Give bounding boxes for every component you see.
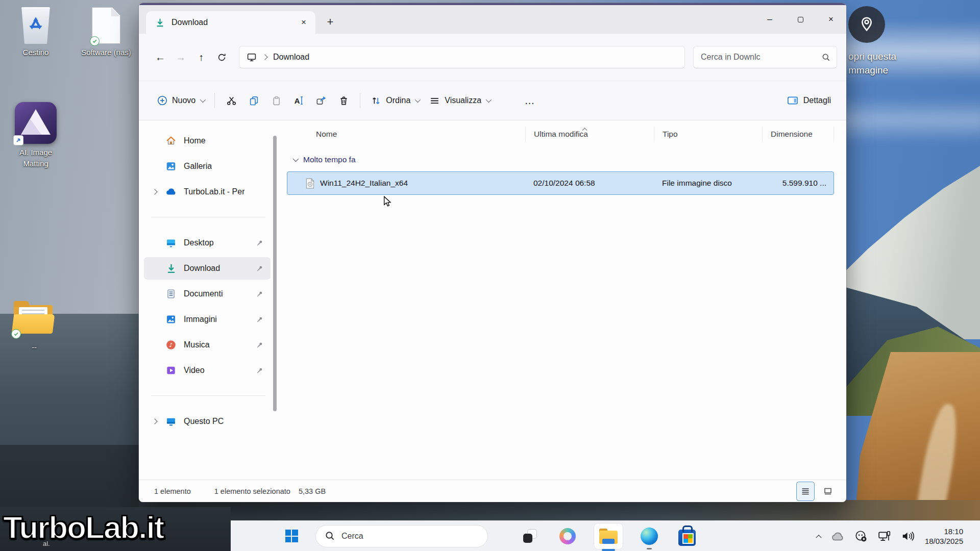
- magnifier-icon: [822, 53, 830, 62]
- desktop-icon-software-nas[interactable]: Software (nas): [72, 7, 140, 58]
- edge-button[interactable]: [638, 524, 660, 548]
- breadcrumb[interactable]: Download: [273, 53, 309, 62]
- sync-check-icon: [11, 329, 21, 339]
- column-header-size[interactable]: Dimensione: [763, 127, 834, 142]
- details-pane-button[interactable]: Dettagli: [781, 89, 836, 112]
- tab-close-icon[interactable]: ×: [296, 15, 311, 30]
- status-bar: 1 elemento 1 elemento selezionato 5,33 G…: [139, 480, 846, 502]
- copilot-button[interactable]: [556, 524, 579, 548]
- windows-logo-icon: [285, 530, 298, 542]
- paste-icon: [271, 95, 282, 106]
- column-header-type[interactable]: Tipo: [654, 127, 763, 142]
- network-tray-icon[interactable]: [877, 530, 891, 542]
- task-view-button[interactable]: [519, 524, 541, 548]
- desktop-icon-label: --: [6, 342, 62, 353]
- sidebar-item-turbolab-onedrive[interactable]: TurboLab.it - Per: [144, 181, 271, 203]
- chevron-down-icon: [486, 97, 492, 103]
- chevron-down-icon: [200, 97, 206, 103]
- trash-icon: [338, 95, 349, 106]
- sidebar-item-download[interactable]: Download: [144, 257, 271, 280]
- plus-circle-icon: [157, 95, 167, 106]
- task-view-icon: [523, 530, 536, 543]
- system-tray: 18:10 18/03/2025: [817, 527, 963, 546]
- refresh-button[interactable]: [211, 47, 232, 67]
- gallery-icon: [164, 160, 178, 173]
- maximize-icon: [798, 17, 803, 22]
- desktop-icon-folder[interactable]: --: [6, 302, 62, 353]
- up-button[interactable]: ↑: [191, 47, 211, 67]
- cut-button[interactable]: [220, 89, 242, 112]
- sidebar-item-documents[interactable]: Documenti: [144, 283, 271, 305]
- edge-icon: [641, 528, 658, 545]
- column-header-name[interactable]: Nome: [287, 127, 526, 142]
- sidebar-item-pictures[interactable]: Immagini: [144, 308, 271, 331]
- collapse-chevron-icon[interactable]: [293, 156, 299, 162]
- minimize-button[interactable]: –: [754, 5, 785, 34]
- rename-button[interactable]: A: [287, 89, 310, 112]
- command-toolbar: Nuovo: [139, 81, 846, 120]
- tab-download[interactable]: Download ×: [146, 11, 315, 34]
- sidebar-item-label: Home: [184, 136, 206, 145]
- share-button[interactable]: [310, 89, 332, 112]
- sidebar-item-desktop[interactable]: Desktop: [144, 232, 271, 254]
- sidebar-item-music[interactable]: ♪ Musica: [144, 334, 271, 356]
- new-tab-button[interactable]: +: [322, 13, 339, 31]
- file-row-selected[interactable]: Win11_24H2_Italian_x64 02/10/2024 06:58 …: [287, 171, 834, 195]
- list-view-button[interactable]: [796, 482, 815, 501]
- sidebar-item-home[interactable]: Home: [144, 130, 271, 152]
- sidebar-item-label: Questo PC: [184, 417, 224, 426]
- watermark-logo: TurboLab.it: [3, 509, 163, 545]
- location-pin-icon[interactable]: [848, 6, 885, 43]
- sidebar-item-video[interactable]: Video: [144, 359, 271, 382]
- sidebar-scrollbar[interactable]: [273, 136, 277, 411]
- music-icon: ♪: [164, 338, 178, 352]
- svg-text:♪: ♪: [169, 342, 173, 348]
- more-options-button[interactable]: …: [519, 89, 541, 112]
- taskbar-search-input[interactable]: Cerca: [315, 525, 488, 547]
- sidebar-item-gallery[interactable]: Galleria: [144, 155, 271, 178]
- spotlight-widget[interactable]: opri questa mmagine: [848, 6, 925, 77]
- search-input[interactable]: Cerca in Downlc: [693, 46, 837, 68]
- column-header-modified[interactable]: Ultima modifica: [526, 127, 654, 142]
- group-header[interactable]: Molto tempo fa: [287, 149, 834, 170]
- expand-chevron-icon[interactable]: [152, 189, 157, 194]
- pin-icon: [256, 290, 263, 298]
- group-label: Molto tempo fa: [303, 155, 356, 164]
- tray-chevron-up-icon[interactable]: [816, 535, 821, 540]
- large-icons-view-button[interactable]: [819, 482, 837, 501]
- microsoft-store-button[interactable]: [676, 524, 698, 548]
- selection-count: 1 elemento selezionato: [214, 487, 290, 495]
- new-button[interactable]: Nuovo: [152, 89, 209, 112]
- desktop-icon-recycle-bin[interactable]: Cestino: [5, 7, 66, 58]
- back-button[interactable]: ←: [150, 47, 170, 67]
- onedrive-tray-icon[interactable]: [830, 531, 845, 542]
- sidebar-item-this-pc[interactable]: Questo PC: [144, 410, 271, 433]
- microsoft-store-icon: [678, 530, 696, 546]
- start-button[interactable]: [281, 525, 302, 547]
- maximize-button[interactable]: [785, 5, 816, 34]
- sidebar-divider: [151, 217, 265, 217]
- sidebar-item-label: Galleria: [184, 162, 212, 171]
- sidebar-item-label: TurboLab.it - Per: [184, 187, 244, 196]
- sort-button[interactable]: Ordina: [365, 89, 424, 112]
- volume-tray-icon[interactable]: [901, 530, 915, 542]
- tab-bar: Download × + – ×: [139, 5, 846, 34]
- people-add-tray-icon[interactable]: [854, 530, 868, 543]
- address-bar[interactable]: Download: [239, 46, 685, 68]
- delete-button[interactable]: [332, 89, 355, 112]
- copy-button[interactable]: [242, 89, 265, 112]
- documents-icon: [164, 287, 178, 300]
- desktop-icon-label: Software (nas): [72, 47, 140, 58]
- file-size: 5.599.910 ...: [762, 179, 832, 188]
- view-button[interactable]: Visualizza: [424, 89, 495, 112]
- file-explorer-button[interactable]: [594, 523, 623, 549]
- desktop-icon: [164, 236, 178, 249]
- view-toggles: [796, 482, 837, 501]
- sort-icon: [371, 95, 381, 106]
- close-button[interactable]: ×: [816, 5, 846, 34]
- desktop-icon-ai-image-matting[interactable]: AI. Image Matting: [3, 102, 68, 169]
- rename-icon: A: [293, 95, 304, 106]
- shortcut-arrow-icon: [13, 135, 23, 145]
- expand-chevron-icon[interactable]: [152, 418, 157, 424]
- taskbar-clock[interactable]: 18:10 18/03/2025: [925, 527, 963, 546]
